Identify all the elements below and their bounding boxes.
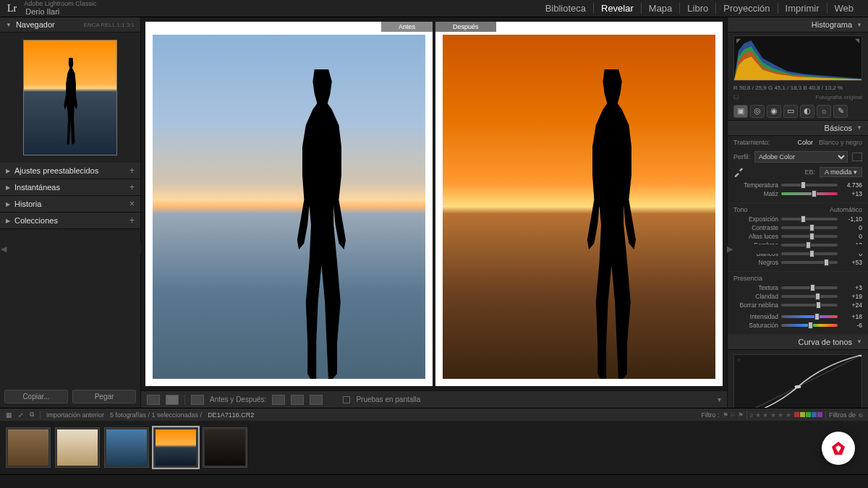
slider-intensidad[interactable]: Intensidad +18 [733,312,862,321]
secondary-display-icon[interactable]: ⧉ [30,411,34,419]
radial-tool-icon[interactable]: ○ [817,105,831,118]
module-imprimir[interactable]: Imprimir [778,3,827,14]
slider-negros[interactable]: Negros +53 [733,258,862,267]
chevron-right-icon: ▶ [6,218,10,224]
grid-icon[interactable]: ▦ [6,411,12,419]
copy-before-icon[interactable] [310,395,323,405]
paste-button[interactable]: Pegar [72,390,136,403]
spot-tool-icon[interactable]: ◎ [750,105,765,118]
flag-filter-icon[interactable]: ⚑ ⚐ ⚑ [723,411,744,419]
slider-track[interactable] [781,261,838,264]
collections-header[interactable]: ▶ Colecciones + [0,213,140,229]
chevron-down-icon: ▼ [856,22,862,28]
slider-track[interactable] [781,244,838,247]
color-filter[interactable] [794,412,822,417]
gradient-tool-icon[interactable]: ◐ [800,105,814,118]
filmstrip-thumb[interactable] [153,427,198,468]
mask-tool-icon[interactable]: ▭ [783,105,798,118]
slider-track[interactable] [781,295,838,298]
slider-saturación[interactable]: Saturación -6 [733,321,862,330]
filmstrip-thumb[interactable] [104,427,149,468]
source-label[interactable]: Importación anterior [46,411,104,419]
rating-filter[interactable]: ≥ ★ ★ ★ ★ ★ [750,411,791,419]
slider-track[interactable] [781,324,838,327]
copy-button[interactable]: Copiar... [4,390,68,403]
navigator-header[interactable]: ▼ Navegador ENCA RELL 1:1 3:1 [0,17,140,33]
module-proyeccion[interactable]: Proyección [715,3,777,14]
loupe-view-icon[interactable] [147,395,160,405]
slider-track[interactable] [781,226,838,229]
slider-track[interactable] [781,192,838,195]
auto-tone-button[interactable]: Automático [830,206,862,213]
filmstrip-thumb[interactable] [6,427,51,468]
swap-icon[interactable] [272,395,285,405]
navigator-zoom-options[interactable]: ENCA RELL 1:1 3:1 [84,22,135,28]
tone-curve-header[interactable]: Curva de tonos▼ [728,335,868,350]
expand-icon[interactable]: ⤢ [18,411,24,419]
module-mapa[interactable]: Mapa [641,3,680,14]
slider-borrar neblina[interactable]: Borrar neblina +24 [733,301,862,309]
slider-claridad[interactable]: Claridad +19 [733,292,862,301]
filter-lock-icon[interactable]: ⎋ [859,411,862,419]
plus-icon[interactable]: + [129,215,135,226]
before-after-layout-icon[interactable] [191,395,204,405]
toolbar-menu-icon[interactable]: ▾ [718,395,721,403]
slider-exposición[interactable]: Exposición -1,10 [733,215,862,223]
treatment-label: Tratamiento: [733,139,791,146]
count-label: 5 fotografías / 1 seleccionadas / [110,411,202,419]
after-pane[interactable]: Después [435,22,723,386]
crop-tool-icon[interactable]: ▣ [733,105,748,118]
eyedropper-icon[interactable] [733,167,744,177]
slider-textura[interactable]: Textura +3 [733,283,862,292]
treatment-color[interactable]: Color [797,139,813,146]
tone-curve-editor[interactable]: ○ [733,354,862,408]
profile-select[interactable]: Adobe Color [754,151,848,163]
filmstrip-thumb[interactable] [55,427,100,468]
basics-header[interactable]: Básicos▼ [728,121,868,136]
history-header[interactable]: ▶ Historia × [0,196,140,213]
navigator-preview[interactable] [0,33,140,163]
close-icon[interactable]: × [129,199,135,209]
filter-label: Filtro : [702,411,720,419]
slider-altas luces[interactable]: Altas luces 0 [733,232,862,241]
profile-browser-icon[interactable] [852,153,862,161]
copy-settings-icon[interactable] [291,395,304,405]
slider-track[interactable] [781,235,838,238]
slider-track[interactable] [781,252,838,255]
slider-track[interactable] [781,184,838,187]
module-libro[interactable]: Libro [679,3,715,14]
filters-label[interactable]: Filtros de [829,411,856,419]
redeye-tool-icon[interactable]: ◉ [767,105,781,118]
snapshots-header[interactable]: ▶ Instantáneas + [0,179,140,196]
compare-view-icon[interactable] [166,395,179,405]
module-web[interactable]: Web [827,3,861,14]
clip-highlights-icon[interactable]: ◥ [855,38,859,44]
app-logo: Lr [7,3,17,14]
softproof-checkbox[interactable] [343,396,350,403]
brush-tool-icon[interactable]: ✎ [833,105,848,118]
slider-temperatura[interactable]: Temperatura 4.736 [733,181,862,189]
slider-contraste[interactable]: Contraste 0 [733,223,862,232]
chevron-down-icon: ▼ [856,338,862,345]
histogram-header[interactable]: Histograma▼ [728,17,868,33]
plus-icon[interactable]: + [129,182,135,192]
slider-track[interactable] [781,218,838,221]
slider-track[interactable] [781,315,838,318]
before-pane[interactable]: Antes [145,22,433,386]
collapse-left-icon[interactable]: ◀ [1,244,142,254]
plus-icon[interactable]: + [129,166,135,176]
slider-track[interactable] [781,304,838,307]
treatment-bw[interactable]: Blanco y negro [819,139,862,146]
help-badge-button[interactable] [822,432,855,465]
slider-track[interactable] [781,286,838,289]
snapshots-label: Instantáneas [14,183,127,192]
curve-point-icon[interactable]: ○ [737,356,741,363]
histogram-display[interactable]: ◤ ◥ [733,35,862,81]
clip-shadows-icon[interactable]: ◤ [736,38,741,44]
slider-matiz[interactable]: Matiz +13 [733,189,862,198]
wb-select[interactable]: A medida ▾ [820,167,862,177]
filmstrip-thumb[interactable] [203,427,247,468]
module-revelar[interactable]: Revelar [593,3,641,14]
presets-header[interactable]: ▶ Ajustes preestablecidos + [0,163,140,179]
module-biblioteca[interactable]: Biblioteca [538,3,593,14]
